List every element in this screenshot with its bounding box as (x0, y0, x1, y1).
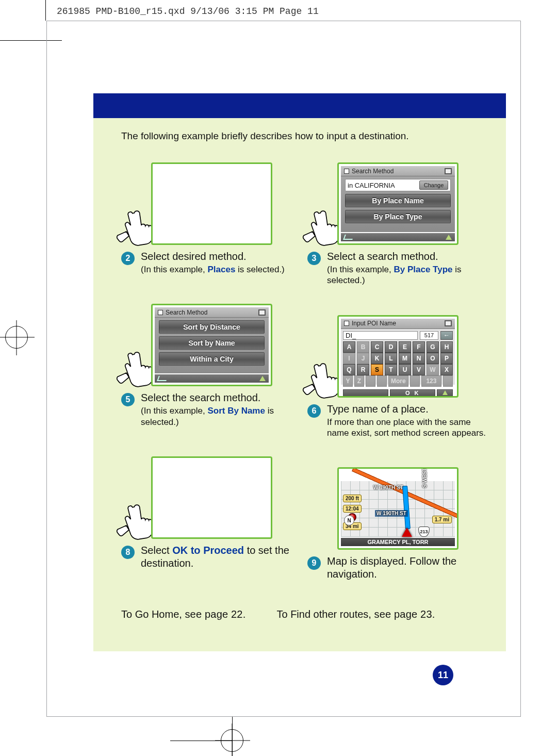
key-P[interactable]: P (440, 353, 453, 364)
header-band (93, 93, 506, 118)
step9-caption: Map is displayed. Follow the navigation. (327, 555, 488, 581)
key-blank (443, 375, 453, 387)
key-Z[interactable]: Z (354, 375, 364, 387)
spacer (343, 389, 388, 397)
zoom-icon[interactable] (259, 376, 266, 381)
touch-hand-icon (107, 497, 151, 542)
key-O[interactable]: O (427, 353, 439, 364)
window-button-icon (445, 168, 452, 174)
key-More[interactable]: More (388, 375, 408, 387)
window-button-icon (258, 309, 266, 316)
option-place-name[interactable]: By Place Name (345, 194, 451, 207)
flag-icon (158, 310, 163, 315)
step-8: 8 Select OK to Proceed to set the destin… (121, 450, 302, 570)
flag-icon (344, 321, 349, 326)
key-R[interactable]: R (357, 364, 369, 375)
key-N[interactable]: N (413, 353, 425, 364)
key-X[interactable]: X (440, 364, 453, 375)
map-result-label: GRAMERCY PL, TORR (367, 539, 428, 545)
map-canvas[interactable]: W 190TH ST W 190TH ST S WESTERN AVE 200 … (341, 481, 455, 537)
step6-caption: Type name of a place. If more than one p… (327, 403, 488, 439)
vehicle-arrow-icon (402, 528, 412, 537)
key-D[interactable]: D (385, 341, 397, 353)
step-6: Input POI Name DI_ 517 ← ABCDEFGHIJKLMNO… (307, 309, 488, 439)
page-number-badge: 11 (433, 665, 453, 685)
step-2: 2 Select desired method. (In this exampl… (121, 156, 302, 275)
key-V[interactable]: V (413, 364, 425, 375)
key-Q[interactable]: Q (343, 364, 355, 375)
step-9: W 190TH ST W 190TH ST S WESTERN AVE 200 … (307, 461, 488, 581)
key-M[interactable]: M (399, 353, 411, 364)
ok-key[interactable]: O K (390, 389, 435, 397)
back-icon[interactable] (343, 235, 354, 240)
step3-screenshot: Search Method in CALIFORNIAChange By Pla… (337, 162, 458, 245)
key-T[interactable]: T (385, 364, 397, 375)
option-sort-name[interactable]: Sort by Name (159, 336, 265, 350)
option-place-type[interactable]: By Place Type (345, 210, 451, 223)
intro-text: The following example briefly describes … (121, 130, 488, 142)
step9-screenshot: W 190TH ST W 190TH ST S WESTERN AVE 200 … (337, 467, 458, 550)
compass-icon: N (344, 515, 354, 525)
key-Y[interactable]: Y (343, 375, 353, 387)
touch-hand-icon (107, 344, 151, 389)
step-badge: 2 (121, 252, 135, 265)
step-badge: 5 (121, 393, 135, 406)
key-G[interactable]: G (427, 341, 439, 353)
zoom-icon[interactable] (446, 235, 452, 240)
key-W[interactable]: W (427, 364, 439, 375)
poi-input[interactable]: DI_ (343, 331, 418, 340)
cross-reference-links: To Go Home, see page 22. To Find other r… (121, 609, 488, 620)
change-button[interactable]: Change (419, 180, 448, 190)
step3-caption: Select a search method. (In this example… (327, 250, 488, 286)
key-L[interactable]: L (385, 353, 397, 364)
step-badge: 9 (307, 556, 321, 570)
option-sort-distance[interactable]: Sort by Distance (159, 320, 265, 334)
back-icon[interactable] (157, 376, 168, 381)
match-count: 517 (420, 331, 438, 340)
key-C[interactable]: C (371, 341, 383, 353)
key-blank (377, 375, 387, 387)
touch-hand-icon (107, 203, 151, 248)
key-blank (410, 375, 420, 387)
print-slugline: 261985 PMD-B100_r15.qxd 9/13/06 3:15 PM … (57, 6, 319, 17)
step5-screenshot: Search Method Sort by Distance Sort by N… (151, 304, 272, 386)
step2-screenshot (151, 162, 272, 245)
step-badge: 6 (307, 404, 321, 418)
step8-caption: Select OK to Proceed to set the destinat… (141, 544, 302, 570)
step2-caption: Select desired method. (In this example,… (141, 250, 285, 275)
key-S[interactable]: S (371, 364, 383, 375)
step5-caption: Select the search method. (In this examp… (141, 391, 302, 428)
zoom-icon[interactable] (437, 389, 453, 397)
flag-icon (344, 169, 349, 174)
backspace-key[interactable]: ← (440, 331, 453, 340)
key-123[interactable]: 123 (421, 375, 441, 387)
key-B[interactable]: B (357, 341, 369, 353)
key-A[interactable]: A (343, 341, 355, 353)
step6-screenshot: Input POI Name DI_ 517 ← ABCDEFGHIJKLMNO… (337, 315, 458, 398)
key-I[interactable]: I (343, 353, 355, 364)
key-F[interactable]: F (413, 341, 425, 353)
page-frame: The following example briefly describes … (46, 21, 521, 717)
state-selector[interactable]: in CALIFORNIAChange (345, 179, 451, 191)
window-button-icon (445, 320, 452, 326)
step-badge: 3 (307, 252, 321, 265)
step-badge: 8 (121, 546, 135, 559)
key-blank (366, 375, 375, 387)
page-content: The following example briefly describes … (93, 118, 506, 651)
step-5: Search Method Sort by Distance Sort by N… (121, 298, 302, 428)
key-E[interactable]: E (399, 341, 411, 353)
option-within-city[interactable]: Within a City (159, 352, 265, 366)
key-K[interactable]: K (371, 353, 383, 364)
step-3: Search Method in CALIFORNIAChange By Pla… (307, 156, 488, 286)
key-U[interactable]: U (399, 364, 411, 375)
step8-screenshot (151, 456, 272, 539)
key-H[interactable]: H (440, 341, 453, 353)
key-J[interactable]: J (357, 353, 369, 364)
